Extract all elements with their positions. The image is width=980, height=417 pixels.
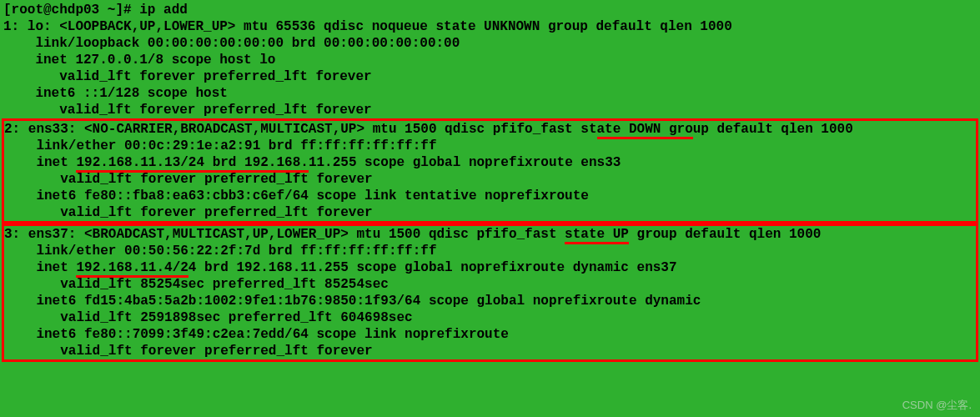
iface-lo-inet: inet 127.0.0.1/8 scope host lo: [3, 52, 977, 68]
iface-lo-valid1: valid_lft forever preferred_lft forever: [3, 68, 977, 85]
iface-ens33-highlight-box: 2: ens33: <NO-CARRIER,BROADCAST,MULTICAS…: [2, 118, 978, 224]
iface-ens37-valid3: valid_lft forever preferred_lft forever: [4, 343, 976, 359]
iface-lo-link: link/loopback 00:00:00:00:00:00 brd 00:0…: [3, 35, 977, 52]
iface-ens33-link: link/ether 00:0c:29:1e:a2:91 brd ff:ff:f…: [4, 138, 976, 154]
iface-ens37-inet6b: inet6 fe80::7099:3f49:c2ea:7edd/64 scope…: [4, 326, 976, 343]
iface-lo-inet6: inet6 ::1/128 scope host: [3, 85, 977, 102]
csdn-watermark: CSDN @尘客.: [902, 397, 972, 414]
iface-ens37-inet: inet 192.168.11.4/24 brd 192.168.11.255 …: [4, 259, 976, 276]
iface-ens33-valid2: valid_lft forever preferred_lft forever: [4, 204, 976, 221]
state-down-underline: ate DOWN gro: [597, 122, 693, 139]
iface-ens37-header: 3: ens37: <BROADCAST,MULTICAST,UP,LOWER_…: [4, 226, 976, 243]
ens33-ip-underline: 192.168.11.13/24 brd 192.168.: [76, 155, 308, 173]
state-up-underline: state UP: [565, 227, 629, 244]
iface-ens37-valid2: valid_lft 2591898sec preferred_lft 60469…: [4, 309, 976, 326]
iface-ens37-link: link/ether 00:50:56:22:2f:7d brd ff:ff:f…: [4, 243, 976, 259]
iface-lo-header: 1: lo: <LOOPBACK,UP,LOWER_UP> mtu 65536 …: [3, 18, 977, 35]
iface-ens37-inet6a: inet6 fd15:4ba5:5a2b:1002:9fe1:1b76:9850…: [4, 293, 976, 309]
iface-ens33-inet6: inet6 fe80::fba8:ea63:cbb3:c6ef/64 scope…: [4, 188, 976, 204]
shell-prompt: [root@chdp03 ~]# ip add: [3, 2, 977, 18]
iface-ens37-highlight-box: 3: ens37: <BROADCAST,MULTICAST,UP,LOWER_…: [2, 224, 978, 362]
iface-ens33-inet: inet 192.168.11.13/24 brd 192.168.11.255…: [4, 154, 976, 171]
ens37-ip-underline: 192.168.11.4/2: [76, 260, 188, 278]
iface-ens33-valid1: valid_lft forever preferred_lft forever: [4, 171, 976, 188]
iface-ens37-valid1: valid_lft 85254sec preferred_lft 85254se…: [4, 276, 976, 293]
iface-ens33-header: 2: ens33: <NO-CARRIER,BROADCAST,MULTICAS…: [4, 121, 976, 138]
iface-lo-valid2: valid_lft forever preferred_lft forever: [3, 102, 977, 118]
